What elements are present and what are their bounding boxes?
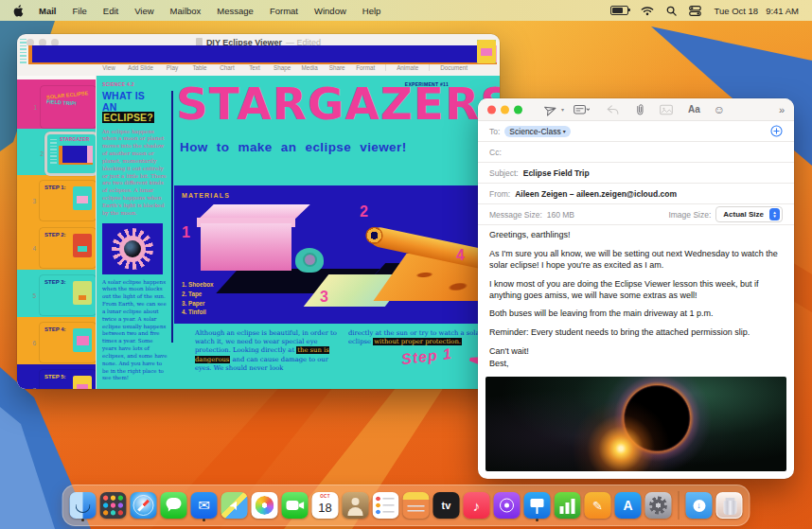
slide-thumb-2[interactable]: 2 STARGAZER bbox=[17, 129, 96, 175]
menu-item[interactable]: Window bbox=[314, 6, 346, 16]
recipient-token[interactable]: Science-Class ▾ bbox=[504, 126, 570, 137]
emoji-button[interactable]: ☺ bbox=[714, 103, 725, 116]
attach-file-button[interactable] bbox=[634, 103, 644, 116]
dock-keynote-icon[interactable] bbox=[523, 489, 552, 521]
reply-button[interactable] bbox=[607, 104, 619, 115]
minimize-button[interactable] bbox=[501, 105, 509, 114]
eclipse-photo-attachment[interactable] bbox=[485, 377, 786, 471]
dock-notes-icon[interactable] bbox=[402, 489, 431, 521]
dock-launchpad-icon[interactable] bbox=[99, 489, 128, 521]
dock-settings-icon[interactable] bbox=[644, 489, 673, 521]
menu-bar-time[interactable]: 9:41 AM bbox=[766, 6, 799, 16]
menu-item[interactable]: Format bbox=[270, 6, 298, 16]
shoebox-illustration bbox=[199, 204, 310, 219]
dock-calendar-icon[interactable]: OCT 18 bbox=[311, 489, 340, 521]
slide-thumb-7[interactable]: 7 STEP 5: bbox=[17, 364, 96, 389]
menu-item[interactable]: Mail bbox=[39, 6, 56, 16]
slide-thumb-3[interactable]: 3 STEP 1: bbox=[17, 175, 96, 222]
cc-field[interactable]: Cc: bbox=[478, 142, 794, 163]
slide-thumb-6[interactable]: 6 STEP 4: bbox=[17, 317, 96, 364]
menu-item[interactable]: Edit bbox=[103, 6, 118, 16]
dock-photos-icon[interactable] bbox=[251, 489, 279, 521]
menu-item[interactable]: Help bbox=[362, 6, 381, 16]
from-field[interactable]: From: Aileen Zeigen – aileen.zeigen@iclo… bbox=[478, 184, 794, 204]
eclipse-paragraph-1: An eclipse happens when a moon or planet… bbox=[102, 129, 168, 218]
send-options-chevron-icon[interactable]: ▾ bbox=[561, 106, 564, 113]
format-button[interactable]: Aa bbox=[688, 104, 700, 115]
dock-reminders-icon[interactable] bbox=[372, 489, 400, 521]
to-field[interactable]: To: Science-Class ▾ bbox=[478, 121, 794, 142]
materials-label: MATERIALS bbox=[182, 192, 230, 199]
body-paragraph: Greetings, earthlings! bbox=[489, 230, 783, 241]
dock-messages-icon[interactable] bbox=[160, 489, 188, 521]
zoom-button[interactable] bbox=[514, 105, 522, 114]
materials-list-item: 4. Tinfoil bbox=[182, 308, 214, 317]
add-recipient-button[interactable] bbox=[770, 125, 783, 137]
stepper-icon[interactable]: ▲ ▼ bbox=[769, 208, 780, 220]
send-button[interactable] bbox=[544, 103, 557, 116]
materials-list-item: 2. Tape bbox=[182, 290, 214, 299]
dock-podcasts-icon[interactable] bbox=[493, 489, 521, 521]
header-fields-button[interactable] bbox=[574, 104, 590, 115]
dock: ✉ bbox=[62, 485, 750, 526]
dock-music-icon[interactable]: ♪ bbox=[463, 489, 491, 521]
slide-thumb-4[interactable]: 4 STEP 2: bbox=[17, 222, 96, 270]
control-center-icon[interactable] bbox=[689, 6, 701, 16]
toolbar-button-label: Document bbox=[440, 65, 468, 71]
materials-panel[interactable]: MATERIALS 1 2 3 4 1. Shoebo bbox=[174, 185, 500, 324]
slide-canvas[interactable]: SCIENCE 4.2 EXPERIMENT #11 WHAT IS AN EC… bbox=[97, 76, 500, 389]
slide-thumb-5[interactable]: 5 STEP 3: bbox=[17, 270, 96, 317]
slide-number: 7 bbox=[22, 387, 40, 390]
dock-appletv-icon[interactable]: tv bbox=[432, 489, 461, 521]
sun-illustration bbox=[102, 223, 163, 274]
close-button[interactable] bbox=[487, 105, 496, 114]
subject-field[interactable]: Subject: Eclipse Field Trip bbox=[478, 163, 794, 184]
body-paragraph: Both buses will be leaving from the main… bbox=[489, 309, 783, 320]
menu-item[interactable]: View bbox=[134, 6, 153, 16]
dock-appstore-icon[interactable]: A bbox=[614, 489, 643, 521]
menu-item[interactable]: Message bbox=[217, 6, 254, 16]
spotlight-search-icon[interactable] bbox=[666, 6, 677, 16]
menu-bar-date[interactable]: Tue Oct 18 bbox=[714, 6, 758, 16]
slide-number: 2 bbox=[29, 150, 47, 157]
slide-subtitle[interactable]: How to make an eclipse viewer! bbox=[180, 140, 407, 154]
toolbar-button-label: Text bbox=[249, 65, 260, 71]
item-number-1: 1 bbox=[182, 225, 190, 240]
toolbar-button-label: Share bbox=[329, 65, 345, 71]
toolbar-button-label: Chart bbox=[220, 65, 234, 71]
toolbar-button-label: Table bbox=[192, 65, 206, 71]
message-size-value: 160 MB bbox=[547, 210, 574, 220]
eclipse-paragraph-2: A solar eclipse happens when the moon bl… bbox=[102, 279, 168, 383]
slide-number: 5 bbox=[22, 292, 40, 299]
dock-contacts-icon[interactable] bbox=[342, 489, 370, 521]
dock-maps-icon[interactable] bbox=[221, 489, 249, 521]
step-1-label[interactable]: Step 1 bbox=[400, 345, 453, 368]
slide-thumb-1[interactable]: 1 SOLAR ECLIPSE FIELD TRIP! bbox=[17, 79, 96, 129]
battery-icon[interactable] bbox=[610, 6, 628, 15]
photo-browser-button[interactable] bbox=[660, 104, 673, 115]
dock-safari-icon[interactable] bbox=[130, 489, 158, 521]
menu-item[interactable]: File bbox=[72, 6, 86, 16]
dock-numbers-icon[interactable] bbox=[554, 489, 582, 521]
slide-navigator[interactable]: 1 SOLAR ECLIPSE FIELD TRIP! 2 STARGAZER bbox=[17, 76, 97, 389]
toolbar-overflow-button[interactable]: » bbox=[779, 104, 785, 115]
body-paragraph: As I'm sure you all know, we will be set… bbox=[489, 249, 783, 272]
dock-finder-icon[interactable] bbox=[69, 489, 97, 521]
dock-pages-icon[interactable]: ✎ bbox=[584, 489, 612, 521]
apple-logo-icon[interactable] bbox=[13, 5, 24, 17]
menu-item[interactable]: Mailbox bbox=[170, 6, 202, 16]
wifi-icon[interactable] bbox=[641, 6, 654, 16]
body-paragraph: Can't wait! bbox=[489, 346, 783, 358]
dock-separator[interactable] bbox=[675, 489, 683, 521]
dock-mail-icon[interactable]: ✉ bbox=[190, 489, 219, 521]
science-tag: SCIENCE 4.2 bbox=[102, 81, 134, 87]
dock-trash-icon[interactable] bbox=[715, 489, 744, 521]
slide-left-column[interactable]: WHAT IS AN ECLIPSE? An eclipse happens w… bbox=[102, 91, 168, 382]
message-body[interactable]: Greetings, earthlings!As I'm sure you al… bbox=[478, 221, 794, 373]
dock-facetime-icon[interactable] bbox=[281, 489, 309, 521]
dock-downloads-icon[interactable]: ↓ bbox=[685, 489, 714, 521]
slide-title[interactable]: STARGAZERS bbox=[176, 78, 500, 130]
toolbar-button-label: View bbox=[102, 65, 115, 71]
image-size-select[interactable]: Actual Size ▲ ▼ bbox=[715, 206, 783, 222]
toolbar-button-label: Add Slide bbox=[128, 65, 153, 71]
